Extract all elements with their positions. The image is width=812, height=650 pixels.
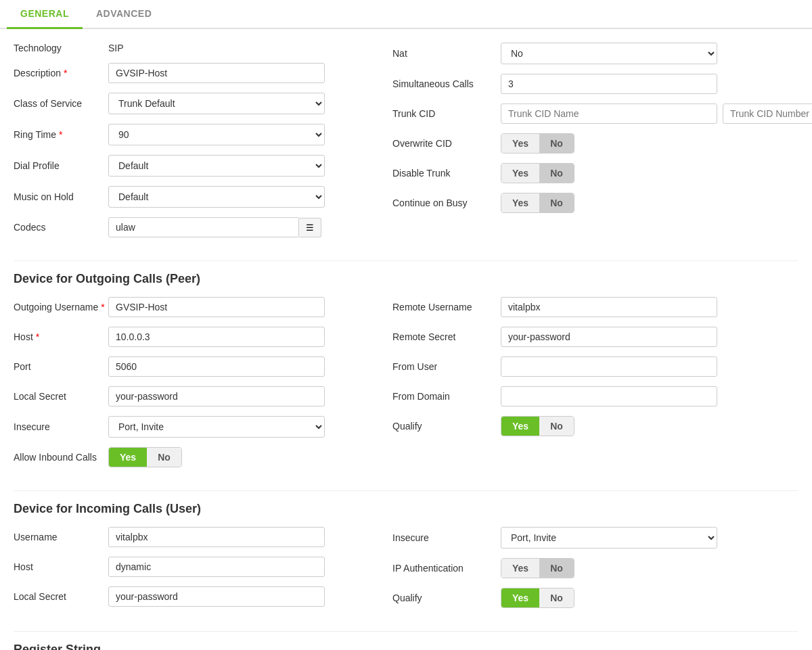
continue-on-busy-label: Continue on Busy xyxy=(392,198,501,208)
qualify-outgoing-label: Qualify xyxy=(392,421,501,432)
qualify-incoming-yes[interactable]: Yes xyxy=(501,588,539,607)
overwrite-cid-toggle[interactable]: Yes No xyxy=(501,133,574,154)
ip-authentication-no[interactable]: No xyxy=(539,559,574,578)
class-of-service-label: Class of Service xyxy=(14,98,108,109)
trunk-cid-group: Trunk CID xyxy=(392,103,798,124)
remote-username-label: Remote Username xyxy=(392,302,501,312)
remote-secret-input[interactable] xyxy=(501,327,717,347)
from-domain-label: From Domain xyxy=(392,391,501,402)
port-input[interactable] xyxy=(108,356,325,377)
ip-authentication-yes[interactable]: Yes xyxy=(501,559,539,578)
qualify-outgoing-toggle[interactable]: Yes No xyxy=(501,416,574,436)
dial-profile-group: Dial Profile Default xyxy=(14,155,359,177)
trunk-cid-label: Trunk CID xyxy=(392,108,501,119)
qualify-outgoing-no[interactable]: No xyxy=(539,417,574,436)
insecure-outgoing-label: Insecure xyxy=(14,421,108,432)
insecure-outgoing-select[interactable]: Port, Invite xyxy=(108,416,325,438)
local-secret-incoming-label: Local Secret xyxy=(14,591,108,602)
simultaneous-calls-label: Simultaneous Calls xyxy=(392,78,501,89)
continue-on-busy-yes[interactable]: Yes xyxy=(501,193,539,212)
trunk-cid-name-input[interactable] xyxy=(501,103,717,124)
outgoing-username-input[interactable] xyxy=(108,297,325,317)
allow-inbound-calls-yes[interactable]: Yes xyxy=(109,448,147,467)
codecs-input[interactable] xyxy=(108,217,299,237)
tab-bar: GENERAL ADVANCED xyxy=(0,0,812,29)
qualify-incoming-toggle[interactable]: Yes No xyxy=(501,588,574,608)
insecure-incoming-select[interactable]: Port, Invite xyxy=(501,527,717,549)
overwrite-cid-no[interactable]: No xyxy=(539,134,574,153)
technology-label: Technology xyxy=(14,43,108,53)
allow-inbound-calls-no[interactable]: No xyxy=(147,448,181,467)
local-secret-outgoing-label: Local Secret xyxy=(14,391,108,402)
insecure-outgoing-group: Insecure Port, Invite xyxy=(14,416,359,438)
insecure-incoming-group: Insecure Port, Invite xyxy=(392,527,798,549)
continue-on-busy-group: Continue on Busy Yes No xyxy=(392,193,798,213)
local-secret-incoming-group: Local Secret xyxy=(14,586,359,607)
remote-username-input[interactable] xyxy=(501,297,717,317)
insecure-incoming-label: Insecure xyxy=(392,532,501,543)
overwrite-cid-group: Overwrite CID Yes No xyxy=(392,133,798,154)
disable-trunk-group: Disable Trunk Yes No xyxy=(392,163,798,183)
description-label: Description * xyxy=(14,68,108,78)
nat-select[interactable]: No xyxy=(501,43,717,64)
trunk-cid-inputs xyxy=(501,103,812,124)
trunk-cid-number-input[interactable] xyxy=(723,103,812,124)
nat-label: Nat xyxy=(392,48,501,59)
local-secret-incoming-input[interactable] xyxy=(108,586,325,607)
dial-profile-select[interactable]: Default xyxy=(108,155,325,177)
class-of-service-select[interactable]: Trunk Default xyxy=(108,93,325,114)
port-group: Port xyxy=(14,356,359,377)
local-secret-outgoing-input[interactable] xyxy=(108,386,325,407)
allow-inbound-calls-group: Allow Inbound Calls Yes No xyxy=(14,447,359,467)
ip-authentication-toggle[interactable]: Yes No xyxy=(501,558,574,578)
disable-trunk-yes[interactable]: Yes xyxy=(501,164,539,183)
local-secret-outgoing-group: Local Secret xyxy=(14,386,359,407)
ip-authentication-group: IP Authentication Yes No xyxy=(392,558,798,578)
from-user-input[interactable] xyxy=(501,356,717,377)
from-user-label: From User xyxy=(392,361,501,372)
qualify-incoming-group: Qualify Yes No xyxy=(392,588,798,608)
class-of-service-group: Class of Service Trunk Default xyxy=(14,93,359,114)
codecs-group: Codecs ☰ xyxy=(14,217,359,237)
incoming-username-input[interactable] xyxy=(108,527,325,547)
outgoing-section-title: Device for Outgoing Calls (Peer) xyxy=(14,260,798,286)
remote-secret-label: Remote Secret xyxy=(392,331,501,342)
disable-trunk-toggle[interactable]: Yes No xyxy=(501,163,574,183)
outgoing-username-label: Outgoing Username * xyxy=(14,302,108,312)
continue-on-busy-toggle[interactable]: Yes No xyxy=(501,193,574,213)
simultaneous-calls-group: Simultaneous Calls xyxy=(392,74,798,94)
qualify-incoming-no[interactable]: No xyxy=(539,588,574,607)
technology-value: SIP xyxy=(108,43,124,53)
from-domain-input[interactable] xyxy=(501,386,717,407)
tab-general[interactable]: GENERAL xyxy=(7,0,83,29)
incoming-section-title: Device for Incoming Calls (User) xyxy=(14,490,798,516)
incoming-username-label: Username xyxy=(14,532,108,542)
codecs-row: ☰ xyxy=(108,217,321,237)
incoming-username-group: Username xyxy=(14,527,359,547)
from-domain-group: From Domain xyxy=(392,386,798,407)
ring-time-group: Ring Time * 90 xyxy=(14,124,359,145)
overwrite-cid-yes[interactable]: Yes xyxy=(501,134,539,153)
tab-advanced[interactable]: ADVANCED xyxy=(83,0,165,29)
host-outgoing-input[interactable] xyxy=(108,327,325,347)
from-user-group: From User xyxy=(392,356,798,377)
description-input[interactable] xyxy=(108,63,325,83)
music-on-hold-select[interactable]: Default xyxy=(108,186,325,208)
port-label: Port xyxy=(14,361,108,372)
qualify-incoming-label: Qualify xyxy=(392,593,501,603)
description-group: Description * xyxy=(14,63,359,83)
continue-on-busy-no[interactable]: No xyxy=(539,193,574,212)
allow-inbound-calls-toggle[interactable]: Yes No xyxy=(108,447,182,467)
technology-group: Technology SIP xyxy=(14,43,359,53)
ip-authentication-label: IP Authentication xyxy=(392,563,501,574)
host-outgoing-group: Host * xyxy=(14,327,359,347)
qualify-outgoing-yes[interactable]: Yes xyxy=(501,417,539,436)
host-incoming-group: Host xyxy=(14,557,359,577)
host-incoming-label: Host xyxy=(14,561,108,572)
codecs-list-button[interactable]: ☰ xyxy=(299,218,321,237)
music-on-hold-group: Music on Hold Default xyxy=(14,186,359,208)
ring-time-select[interactable]: 90 xyxy=(108,124,325,145)
host-incoming-input[interactable] xyxy=(108,557,325,577)
disable-trunk-no[interactable]: No xyxy=(539,164,574,183)
simultaneous-calls-input[interactable] xyxy=(501,74,717,94)
